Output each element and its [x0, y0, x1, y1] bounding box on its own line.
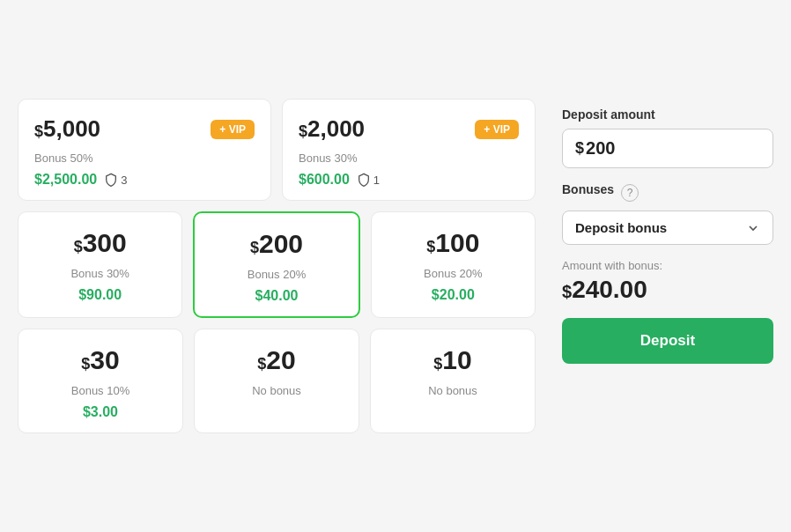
vip-badge: + VIP — [475, 120, 519, 139]
bonuses-label: Bonuses — [562, 182, 614, 196]
card-bonus-row: $90.00 — [34, 287, 166, 303]
bonuses-section: Bonuses ? Deposit bonus — [562, 182, 773, 245]
card-2000[interactable]: $2,000 + VIP Bonus 30% $600.00 1 — [282, 99, 536, 201]
cards-row-2: $300 Bonus 30% $90.00 $200 Bonus 20% $40… — [18, 211, 536, 318]
card-200[interactable]: $200 Bonus 20% $40.00 — [193, 211, 359, 318]
card-bonus-amount: $20.00 — [432, 287, 475, 303]
no-bonus-label: No bonus — [211, 384, 343, 397]
help-icon[interactable]: ? — [621, 184, 639, 202]
chevron-down-icon — [746, 221, 760, 235]
card-300[interactable]: $300 Bonus 30% $90.00 — [18, 211, 182, 318]
card-bonus-label: Bonus 20% — [388, 267, 519, 280]
no-bonus-label: No bonus — [387, 384, 519, 397]
card-bonus-amount: $3.00 — [83, 404, 118, 420]
amount-with-bonus-section: Amount with bonus: $240.00 — [562, 259, 773, 304]
card-bonus-label: Bonus 30% — [299, 151, 519, 165]
card-bonus-row: $600.00 1 — [299, 172, 519, 188]
amount-with-bonus-label: Amount with bonus: — [562, 259, 773, 272]
cards-section: $5,000 + VIP Bonus 50% $2,500.00 3 $2,00… — [18, 99, 536, 433]
card-amount: $20 — [211, 345, 343, 375]
shield-count: 1 — [357, 173, 380, 187]
main-container: $5,000 + VIP Bonus 50% $2,500.00 3 $2,00… — [18, 99, 773, 433]
card-amount: $200 — [211, 229, 342, 259]
card-amount: $30 — [34, 345, 166, 375]
card-bonus-row: $40.00 — [211, 288, 342, 304]
card-bonus-amount: $40.00 — [255, 288, 299, 304]
bonus-select[interactable]: Deposit bonus — [562, 211, 773, 245]
card-amount: $5,000 + VIP — [34, 115, 255, 143]
bonus-select-label: Deposit bonus — [575, 220, 746, 235]
card-bonus-amount: $2,500.00 — [34, 172, 97, 188]
card-bonus-label: Bonus 30% — [34, 267, 166, 280]
currency-symbol: $ — [575, 139, 584, 158]
card-bonus-row: $2,500.00 3 — [34, 172, 255, 188]
deposit-button[interactable]: Deposit — [562, 318, 773, 364]
deposit-amount-label: Deposit amount — [562, 107, 773, 122]
card-bonus-amount: $90.00 — [78, 287, 122, 303]
amount-with-bonus-value: $240.00 — [562, 276, 773, 304]
card-20[interactable]: $20 No bonus — [194, 329, 359, 433]
card-bonus-label: Bonus 20% — [211, 268, 342, 281]
bonuses-row: Bonuses ? — [562, 182, 773, 203]
card-100[interactable]: $100 Bonus 20% $20.00 — [371, 211, 536, 318]
vip-badge: + VIP — [211, 120, 255, 139]
card-bonus-label: Bonus 10% — [34, 384, 166, 397]
card-bonus-amount: $600.00 — [299, 172, 350, 188]
card-amount: $300 — [34, 228, 166, 258]
deposit-amount-input-wrapper[interactable]: $ — [562, 129, 773, 168]
card-10[interactable]: $10 No bonus — [370, 329, 536, 433]
card-bonus-row: $20.00 — [388, 287, 519, 303]
right-panel: Deposit amount $ Bonuses ? Deposit bonus — [562, 99, 773, 433]
card-30[interactable]: $30 Bonus 10% $3.00 — [18, 329, 183, 433]
card-amount: $10 — [387, 345, 519, 375]
cards-row-1: $5,000 + VIP Bonus 50% $2,500.00 3 $2,00… — [18, 99, 536, 201]
card-amount: $100 — [388, 228, 519, 258]
card-amount: $2,000 + VIP — [299, 115, 519, 143]
cards-row-3: $30 Bonus 10% $3.00 $20 No bonus $10 No … — [18, 329, 536, 433]
shield-count: 3 — [104, 173, 127, 187]
card-bonus-row: $3.00 — [34, 404, 166, 420]
deposit-amount-field[interactable] — [586, 138, 760, 159]
card-5000[interactable]: $5,000 + VIP Bonus 50% $2,500.00 3 — [18, 99, 271, 201]
card-bonus-label: Bonus 50% — [34, 151, 255, 165]
deposit-amount-section: Deposit amount $ — [562, 107, 773, 168]
